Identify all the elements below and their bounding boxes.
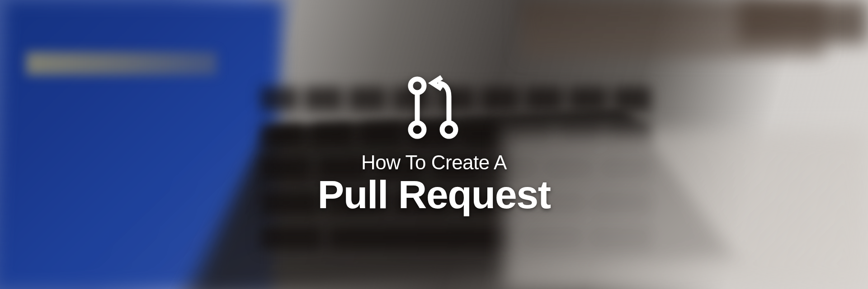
hero-title: Pull Request <box>318 175 551 214</box>
svg-point-0 <box>410 79 424 93</box>
hero-content: How To Create A Pull Request <box>0 0 868 289</box>
hero-subtitle: How To Create A <box>361 151 507 174</box>
svg-point-2 <box>410 123 424 136</box>
git-pull-request-icon <box>405 75 463 142</box>
svg-point-3 <box>442 123 456 136</box>
